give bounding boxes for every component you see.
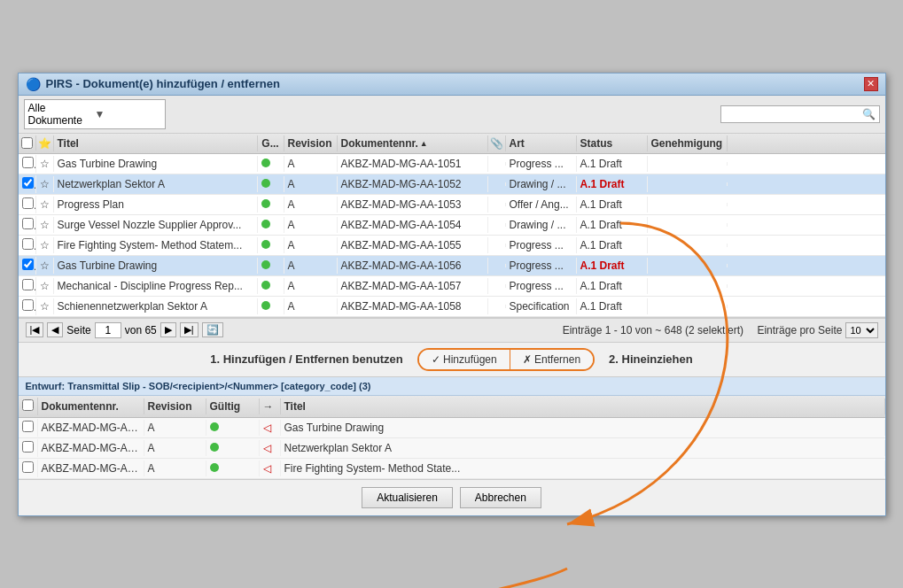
- search-input[interactable]: [725, 108, 862, 120]
- update-button[interactable]: Aktualisieren: [362, 487, 453, 508]
- lower-table-body: AKBZ-MAD-MG-AA... A ◁ Gas Turbine Drawin…: [19, 418, 885, 479]
- table-header: ⭐ Titel G... Revision Dokumentennr. ▲ 📎 …: [19, 134, 885, 154]
- row-status-5: A.1 Draft: [577, 258, 648, 274]
- table-row[interactable]: ☆ Netzwerkplan Sektor A A AKBZ-MAD-MG-AA…: [19, 174, 885, 195]
- row-star-3[interactable]: ☆: [36, 217, 54, 233]
- row-art-2: Offer / Ang...: [506, 197, 577, 213]
- row-revision-5: A: [284, 258, 338, 274]
- row-title-2: Progress Plan: [54, 197, 258, 213]
- row-docnr-3: AKBZ-MAD-MG-AA-1054: [338, 217, 488, 233]
- row-docnr-1: AKBZ-MAD-MG-AA-1052: [338, 176, 488, 192]
- last-page-button[interactable]: ▶|: [180, 322, 199, 337]
- close-button[interactable]: ✕: [864, 77, 878, 91]
- row-attach-0: [488, 162, 506, 166]
- header-revision[interactable]: Revision: [284, 135, 338, 151]
- row-check-6[interactable]: [19, 277, 36, 295]
- row-status-7: A.1 Draft: [577, 298, 648, 314]
- table-row[interactable]: ☆ Surge Vessel Nozzle Supplier Approv...…: [19, 215, 885, 236]
- lower-table-row[interactable]: AKBZ-MAD-MG-AA... A ◁ Fire Fighting Syst…: [19, 459, 885, 479]
- chevron-down-icon: ▼: [95, 108, 161, 120]
- table-row[interactable]: ☆ Gas Turbine Drawing A AKBZ-MAD-MG-AA-1…: [19, 256, 885, 276]
- row-check-1[interactable]: [19, 175, 36, 193]
- window-title: PIRS - Dokument(e) hinzufügen / entferne…: [46, 77, 280, 90]
- row-star-7[interactable]: ☆: [36, 298, 54, 314]
- row-star-2[interactable]: ☆: [36, 197, 54, 213]
- lower-header-gueltig: Gültig: [206, 398, 260, 414]
- cancel-button[interactable]: Abbrechen: [460, 487, 541, 508]
- row-check-7[interactable]: [19, 298, 36, 315]
- row-genehmigung-2: [648, 203, 728, 206]
- step2-label: 2. Hineinziehen: [609, 352, 693, 366]
- row-check-4[interactable]: [19, 236, 36, 254]
- step1-label: 1. Hinzufügen / Entfernen benutzen: [210, 352, 402, 366]
- table-row[interactable]: ☆ Schienennetzwerkplan Sektor A A AKBZ-M…: [19, 297, 885, 317]
- row-star-6[interactable]: ☆: [36, 278, 54, 294]
- lower-header-arrow: →: [260, 398, 281, 414]
- window-icon: 🔵: [26, 77, 41, 91]
- table-row[interactable]: ☆ Fire Fighting System- Method Statem...…: [19, 236, 885, 256]
- header-docnr[interactable]: Dokumentennr. ▲: [338, 135, 488, 151]
- prev-page-button[interactable]: ◀: [47, 322, 63, 337]
- entries-info: Einträge 1 - 10 von ~ 648 (2 selektiert)…: [563, 322, 878, 338]
- lower-row-check-1[interactable]: [19, 439, 38, 457]
- remove-button[interactable]: ✗ Entfernen: [510, 350, 593, 369]
- lower-section: Entwurf: Transmittal Slip - SOB/<recipie…: [19, 377, 885, 479]
- row-revision-0: A: [284, 156, 338, 172]
- row-g-7: [258, 298, 284, 314]
- row-title-3: Surge Vessel Nozzle Supplier Approv...: [54, 217, 258, 233]
- row-g-6: [258, 278, 284, 294]
- row-status-6: A.1 Draft: [577, 278, 648, 294]
- lower-table-row[interactable]: AKBZ-MAD-MG-AA... A ◁ Gas Turbine Drawin…: [19, 418, 885, 438]
- row-star-0[interactable]: ☆: [36, 156, 54, 172]
- header-title: Titel: [54, 135, 258, 151]
- row-title-1: Netzwerkplan Sektor A: [54, 176, 258, 192]
- dokumente-dropdown[interactable]: Alle Dokumente ▼: [24, 99, 166, 129]
- header-check[interactable]: [19, 135, 36, 151]
- row-check-5[interactable]: [19, 257, 36, 275]
- row-check-2[interactable]: [19, 196, 36, 213]
- first-page-button[interactable]: |◀: [26, 322, 44, 337]
- lower-row-arrow-0: ◁: [260, 420, 281, 436]
- lower-row-gueltig-2: [206, 460, 260, 476]
- row-g-1: [258, 176, 284, 192]
- per-page-select[interactable]: 10 25 50: [845, 322, 878, 338]
- refresh-button[interactable]: 🔄: [202, 322, 223, 337]
- add-button[interactable]: ✓ Hinzufügen: [419, 350, 510, 369]
- upper-table: ⭐ Titel G... Revision Dokumentennr. ▲ 📎 …: [19, 134, 885, 318]
- next-page-button[interactable]: ▶: [160, 322, 176, 337]
- table-row[interactable]: ☆ Mechanical - Discipline Progress Rep..…: [19, 276, 885, 297]
- lower-row-docnr-2: AKBZ-MAD-MG-AA...: [38, 460, 144, 476]
- lower-row-check-0[interactable]: [19, 419, 38, 437]
- row-attach-2: [488, 203, 506, 206]
- lower-header-revision: Revision: [144, 398, 206, 414]
- lower-row-gueltig-1: [206, 440, 260, 456]
- of-label: von 65: [125, 324, 157, 337]
- pagination-bar: |◀ ◀ Seite von 65 ▶ ▶| 🔄 Einträge 1 - 10…: [19, 318, 885, 343]
- row-check-0[interactable]: [19, 155, 36, 173]
- row-star-4[interactable]: ☆: [36, 237, 54, 253]
- page-label: Seite: [66, 324, 90, 337]
- row-genehmigung-4: [648, 244, 728, 247]
- select-all-checkbox[interactable]: [21, 137, 33, 149]
- row-genehmigung-5: [648, 264, 728, 267]
- row-check-3[interactable]: [19, 216, 36, 234]
- page-input[interactable]: [95, 322, 121, 338]
- lower-row-docnr-1: AKBZ-MAD-MG-AA...: [38, 440, 144, 456]
- toolbar: Alle Dokumente ▼ 🔍: [19, 96, 885, 134]
- row-star-5[interactable]: ☆: [36, 258, 54, 274]
- row-art-5: Progress ...: [506, 258, 577, 274]
- row-attach-5: [488, 264, 506, 267]
- lower-select-all[interactable]: [22, 399, 34, 411]
- row-art-0: Progress ...: [506, 156, 577, 172]
- table-row[interactable]: ☆ Progress Plan A AKBZ-MAD-MG-AA-1053 Of…: [19, 195, 885, 215]
- action-bar: 1. Hinzufügen / Entfernen benutzen ✓ Hin…: [19, 343, 885, 377]
- lower-row-check-2[interactable]: [19, 460, 38, 477]
- row-genehmigung-7: [648, 305, 728, 308]
- lower-row-title-1: Netzwerkplan Sektor A: [281, 440, 885, 456]
- header-status: Status: [577, 135, 648, 151]
- lower-table-row[interactable]: AKBZ-MAD-MG-AA... A ◁ Netzwerkplan Sekto…: [19, 438, 885, 459]
- table-row[interactable]: ☆ Gas Turbine Drawing A AKBZ-MAD-MG-AA-1…: [19, 154, 885, 174]
- row-g-3: [258, 217, 284, 233]
- row-star-1[interactable]: ☆: [36, 176, 54, 192]
- lower-section-header: Entwurf: Transmittal Slip - SOB/<recipie…: [19, 377, 885, 396]
